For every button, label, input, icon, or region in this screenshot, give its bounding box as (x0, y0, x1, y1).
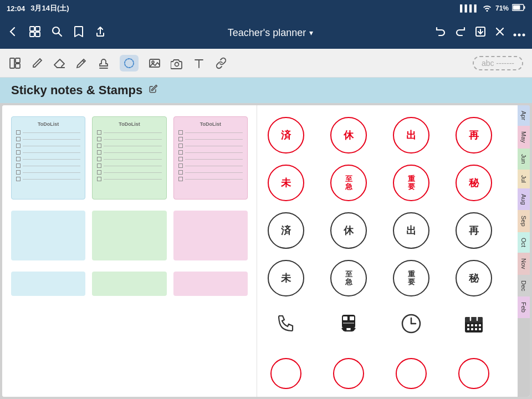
stamp-red-休[interactable]: 休 (329, 115, 369, 155)
close-button[interactable] (494, 26, 505, 40)
todo-line (178, 144, 243, 148)
stamp-red-済[interactable]: 済 (266, 115, 306, 155)
todo-card-pink[interactable]: ToDoList (173, 116, 248, 200)
stamp-black-出[interactable]: 出 (391, 211, 431, 250)
checkbox[interactable] (97, 157, 101, 161)
image-tool[interactable] (149, 57, 161, 69)
checkbox[interactable] (178, 130, 183, 135)
blank-card-pink[interactable] (173, 211, 248, 260)
checkbox[interactable] (97, 150, 101, 155)
export-button[interactable] (474, 25, 487, 40)
svg-rect-6 (35, 32, 40, 37)
tab-dec[interactable]: Dec (518, 275, 530, 297)
checkbox[interactable] (178, 157, 183, 161)
checkbox[interactable] (97, 137, 101, 141)
stamp-red-重要[interactable]: 重要 (391, 163, 431, 203)
eraser-tool[interactable] (53, 57, 65, 69)
camera-tool[interactable] (171, 57, 183, 69)
stamp-empty-red-3[interactable] (391, 354, 431, 393)
tab-feb[interactable]: Feb (518, 296, 530, 318)
stamp-red-出[interactable]: 出 (391, 115, 431, 155)
bookmark-button[interactable] (73, 25, 84, 40)
stamp-empty-red-4[interactable] (454, 354, 494, 393)
stamp-black-至急[interactable]: 至急 (329, 258, 369, 298)
checkbox[interactable] (16, 150, 21, 155)
stamp-black-重要[interactable]: 重要 (391, 258, 431, 298)
stamp-black-再[interactable]: 再 (454, 211, 494, 250)
checkbox[interactable] (178, 137, 183, 141)
todo-line (97, 163, 161, 168)
phone-icon (275, 313, 296, 339)
checkbox[interactable] (178, 144, 183, 148)
tab-oct[interactable]: Oct (518, 232, 530, 253)
tab-nov[interactable]: Nov (518, 253, 530, 275)
todo-card-blue[interactable]: ToDoList (11, 116, 85, 200)
redo-button[interactable] (454, 25, 467, 40)
grid-button[interactable] (29, 25, 41, 40)
checkbox[interactable] (178, 170, 183, 175)
stamp-red-未[interactable]: 未 (266, 163, 306, 203)
checkbox[interactable] (16, 144, 21, 148)
lasso-tool[interactable] (120, 55, 139, 71)
tab-jul[interactable]: Jul (518, 170, 530, 188)
page-header-title: Sticky notes & Stamps (11, 83, 142, 98)
checkbox[interactable] (97, 170, 101, 175)
blank-card-green[interactable] (92, 211, 166, 260)
checkbox[interactable] (178, 177, 183, 181)
pencil-tool[interactable] (31, 57, 43, 69)
checkbox[interactable] (16, 137, 21, 141)
tab-jun[interactable]: Jun (518, 149, 530, 170)
toolbar-center[interactable]: Teacher's planner ▾ (228, 27, 314, 39)
line-text (185, 139, 243, 140)
todo-card-green[interactable]: ToDoList (92, 116, 166, 200)
stamp-red-至急[interactable]: 至急 (329, 163, 369, 203)
link-tool[interactable] (215, 57, 227, 69)
layout-tool[interactable] (9, 57, 21, 69)
checkbox[interactable] (16, 177, 21, 181)
checkbox[interactable] (178, 163, 183, 168)
tab-aug[interactable]: Aug (518, 188, 530, 211)
checkbox[interactable] (178, 150, 183, 155)
stamp-tool[interactable] (98, 57, 110, 69)
stamp-empty-red-2[interactable] (329, 354, 369, 393)
small-card-green[interactable] (92, 272, 166, 296)
blank-card-blue[interactable] (11, 211, 85, 260)
stamp-black-済[interactable]: 済 (266, 211, 306, 250)
checkbox[interactable] (16, 157, 21, 161)
checkbox[interactable] (16, 163, 21, 168)
stamp-red-秘[interactable]: 秘 (454, 163, 494, 203)
stamp-black-休[interactable]: 休 (329, 211, 369, 250)
tab-sep[interactable]: Sep (518, 210, 530, 232)
back-button[interactable] (7, 25, 19, 40)
share-button[interactable] (94, 25, 106, 40)
checkbox[interactable] (16, 130, 21, 135)
checkbox[interactable] (16, 170, 21, 175)
stamp-empty-red-1[interactable] (266, 354, 306, 393)
stamp-calendar[interactable] (454, 306, 494, 346)
stamp-circle: 出 (393, 117, 429, 154)
checkbox[interactable] (97, 144, 101, 148)
text-tool[interactable] (193, 57, 205, 69)
stamp-black-秘[interactable]: 秘 (454, 258, 494, 298)
battery-text: 71% (495, 4, 509, 12)
more-button[interactable] (513, 27, 525, 39)
checkbox[interactable] (97, 163, 101, 168)
stamp-2line-text: 重要 (408, 175, 415, 191)
page-header-edit-icon[interactable] (148, 84, 158, 97)
checkbox[interactable] (97, 177, 101, 181)
marker-tool[interactable] (75, 57, 88, 69)
stamp-phone[interactable] (266, 306, 306, 346)
line-text (23, 172, 80, 173)
small-card-blue[interactable] (11, 272, 85, 296)
stamp-clock[interactable] (391, 306, 431, 346)
small-card-pink[interactable] (173, 272, 248, 296)
checkbox[interactable] (97, 130, 101, 135)
stamp-train[interactable] (329, 306, 369, 346)
stamp-red-再[interactable]: 再 (454, 115, 494, 155)
tab-apr[interactable]: Apr (518, 105, 530, 126)
toolbar-right (434, 25, 525, 40)
undo-button[interactable] (434, 25, 447, 40)
search-button[interactable] (51, 25, 63, 40)
tab-may[interactable]: May (518, 126, 530, 149)
stamp-black-未[interactable]: 未 (266, 258, 306, 298)
